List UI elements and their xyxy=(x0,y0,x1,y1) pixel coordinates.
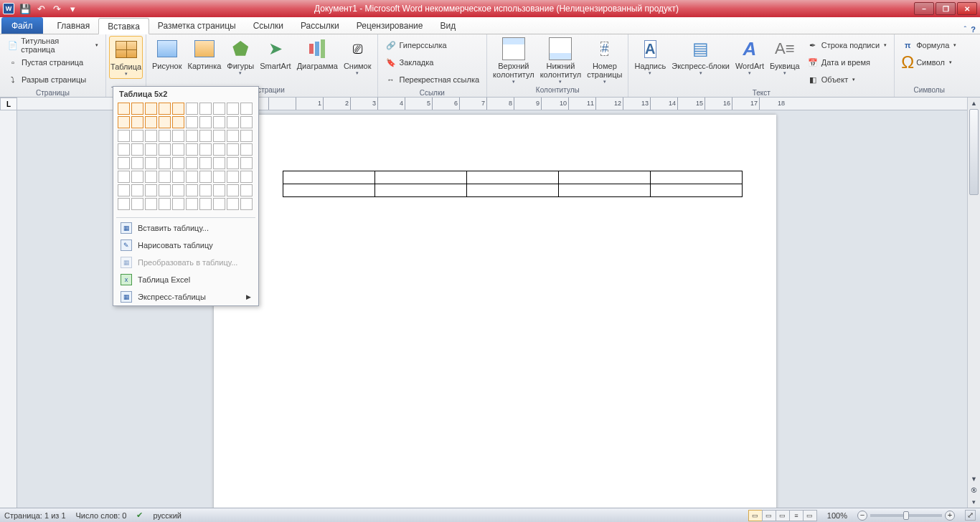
table-grid-cell[interactable] xyxy=(227,103,239,115)
table-grid-cell[interactable] xyxy=(199,116,212,128)
full-read-view[interactable]: ▭ xyxy=(762,510,776,521)
table-grid-cell[interactable] xyxy=(240,171,253,183)
table-grid-cell[interactable] xyxy=(145,116,157,128)
table-grid-cell[interactable] xyxy=(118,171,130,183)
status-word-count[interactable]: Число слов: 0 xyxy=(76,511,127,520)
zoom-level[interactable]: 100% xyxy=(827,511,847,520)
excel-table-menu-item[interactable]: xТаблица Excel xyxy=(113,271,258,288)
dropcap-button[interactable]: A≡Буквица▾ xyxy=(767,36,803,77)
table-grid-cell[interactable] xyxy=(213,157,225,169)
table-grid-cell[interactable] xyxy=(131,130,143,142)
tab-review[interactable]: Рецензирование xyxy=(348,17,432,34)
table-grid-cell[interactable] xyxy=(159,157,171,169)
table-grid-cell[interactable] xyxy=(213,130,225,142)
quick-tables-menu-item[interactable]: ▦Экспресс-таблицы▶ xyxy=(113,288,258,305)
table-grid-cell[interactable] xyxy=(240,157,253,169)
table-grid-cell[interactable] xyxy=(159,116,171,128)
wordart-button[interactable]: AWordArt▾ xyxy=(732,36,767,77)
restore-button[interactable]: ❐ xyxy=(936,2,956,15)
table-grid-cell[interactable] xyxy=(186,184,198,196)
table-grid-cell[interactable] xyxy=(240,184,253,196)
smartart-button[interactable]: ➤SmartArt xyxy=(257,36,293,72)
qat-customize-button[interactable]: ▾ xyxy=(66,2,79,15)
table-grid-cell[interactable] xyxy=(227,198,239,210)
chart-button[interactable]: Диаграмма xyxy=(294,36,341,72)
qat-undo-button[interactable]: ↶ xyxy=(34,2,47,15)
table-grid-cell[interactable] xyxy=(213,171,225,183)
shapes-button[interactable]: ⬟Фигуры▾ xyxy=(224,36,257,77)
tab-selector[interactable]: L xyxy=(0,98,17,110)
table-grid-cell[interactable] xyxy=(227,116,239,128)
help-button[interactable]: ? xyxy=(971,25,976,34)
table-grid-cell[interactable] xyxy=(159,103,171,115)
tab-page-layout[interactable]: Разметка страницы xyxy=(149,17,245,34)
table-grid-cell[interactable] xyxy=(199,184,212,196)
table-grid-cell[interactable] xyxy=(240,130,253,142)
table-grid-cell[interactable] xyxy=(227,171,239,183)
table-grid-cell[interactable] xyxy=(131,184,143,196)
table-grid-cell[interactable] xyxy=(145,103,157,115)
table-grid-cell[interactable] xyxy=(199,171,212,183)
table-grid-cell[interactable] xyxy=(145,171,157,183)
page-break-button[interactable]: ⤵Разрыв страницы xyxy=(6,72,100,87)
table-grid-cell[interactable] xyxy=(131,157,143,169)
table-grid-cell[interactable] xyxy=(145,143,157,156)
table-grid-cell[interactable] xyxy=(186,171,198,183)
blank-page-button[interactable]: ▫Пустая страница xyxy=(6,54,100,70)
table-grid-cell[interactable] xyxy=(186,103,198,115)
minimize-ribbon-button[interactable]: ˆ xyxy=(964,25,967,34)
draft-view[interactable]: ▭ xyxy=(803,510,817,521)
table-grid-cell[interactable] xyxy=(172,130,184,142)
symbol-button[interactable]: ΩСимвол▾ xyxy=(900,54,958,70)
textbox-button[interactable]: AНадпись▾ xyxy=(631,36,669,77)
scroll-up-button[interactable]: ▲ xyxy=(968,98,980,109)
picture-button[interactable]: Рисунок xyxy=(149,36,185,72)
table-grid-cell[interactable] xyxy=(240,198,253,210)
clipart-button[interactable]: Картинка xyxy=(185,36,225,72)
table-grid-cell[interactable] xyxy=(172,184,184,196)
hyperlink-button[interactable]: 🔗Гиперссылка xyxy=(384,37,481,53)
table-grid-cell[interactable] xyxy=(131,116,143,128)
zoom-track[interactable] xyxy=(870,514,942,517)
table-grid-cell[interactable] xyxy=(159,198,171,210)
table-grid-cell[interactable] xyxy=(213,184,225,196)
zoom-out-button[interactable]: − xyxy=(857,511,867,521)
vertical-ruler[interactable] xyxy=(0,110,17,508)
table-grid-cell[interactable] xyxy=(118,103,130,115)
table-grid-cell[interactable] xyxy=(186,198,198,210)
table-grid-cell[interactable] xyxy=(131,143,143,156)
table-grid-cell[interactable] xyxy=(118,116,130,128)
scroll-down-button[interactable]: ▼ xyxy=(968,473,980,485)
file-tab[interactable]: Файл xyxy=(1,17,43,34)
datetime-button[interactable]: 📅Дата и время xyxy=(806,54,888,70)
table-grid-cell[interactable] xyxy=(118,143,130,156)
qat-save-button[interactable]: 💾 xyxy=(19,2,32,15)
table-grid-cell[interactable] xyxy=(131,198,143,210)
cover-page-button[interactable]: 📄Титульная страница▾ xyxy=(6,37,100,53)
table-grid-cell[interactable] xyxy=(172,157,184,169)
table-grid-cell[interactable] xyxy=(159,130,171,142)
document-page[interactable] xyxy=(214,115,776,522)
tab-insert[interactable]: Вставка xyxy=(98,18,149,34)
prev-page-button[interactable]: ⦿ xyxy=(968,485,980,496)
table-grid-cell[interactable] xyxy=(131,103,143,115)
table-grid-cell[interactable] xyxy=(172,143,184,156)
outline-view[interactable]: ≡ xyxy=(789,510,804,521)
vertical-scrollbar[interactable]: ▲ ▼ ⦿ ▾ xyxy=(967,98,980,508)
close-button[interactable]: ✕ xyxy=(957,2,977,15)
table-grid-cell[interactable] xyxy=(199,143,212,156)
insert-table-menu-item[interactable]: ▦Вставить таблицу... xyxy=(113,219,258,237)
table-grid-cell[interactable] xyxy=(240,143,253,156)
proofing-icon[interactable]: ✔ xyxy=(136,511,143,520)
table-grid-cell[interactable] xyxy=(213,143,225,156)
equation-button[interactable]: πФормула▾ xyxy=(900,37,958,53)
inserted-table[interactable] xyxy=(283,171,743,197)
screenshot-button[interactable]: ⎚Снимок▾ xyxy=(341,36,374,77)
tab-references[interactable]: Ссылки xyxy=(245,17,292,34)
print-layout-view[interactable]: ▭ xyxy=(748,510,763,521)
tab-home[interactable]: Главная xyxy=(49,17,99,34)
table-grid-cell[interactable] xyxy=(118,198,130,210)
status-page[interactable]: Страница: 1 из 1 xyxy=(4,511,66,520)
table-grid-cell[interactable] xyxy=(118,184,130,196)
table-grid-cell[interactable] xyxy=(118,157,130,169)
